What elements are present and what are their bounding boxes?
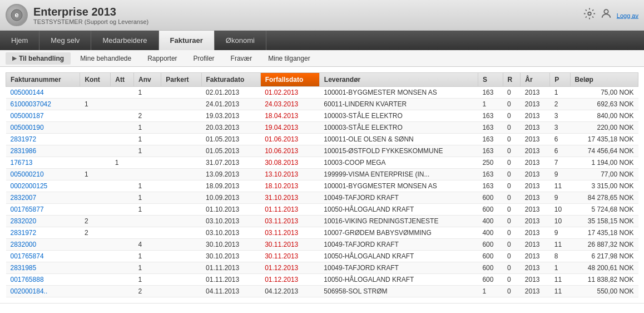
table-cell[interactable]: 001765877 [6, 204, 80, 216]
table-cell[interactable]: 2832020 [6, 216, 80, 227]
svg-point-3 [604, 9, 608, 13]
table-row: 176713131.07.201330.08.201310003-COOP ME… [6, 157, 638, 169]
col-belop[interactable]: Beløp [570, 73, 638, 87]
table-cell [134, 157, 161, 169]
table-cell: 0 [503, 274, 521, 286]
nav-item-okonomi[interactable]: Økonomi [215, 31, 266, 50]
logout-link[interactable]: Logg av [617, 12, 638, 18]
col-fakturadato[interactable]: Fakturadato [201, 73, 260, 87]
table-cell[interactable]: 2831986 [6, 145, 80, 157]
table-cell: 2013 [521, 110, 550, 122]
table-row: 005000210113.09.201313.10.2013199999-VIS… [6, 169, 638, 180]
col-ar[interactable]: År [521, 73, 550, 87]
table-cell: 199999-VISMA ENTERPRISE (IN... [319, 169, 478, 180]
table-row: 001765877101.10.201301.11.201310050-HÅLO… [6, 204, 638, 216]
table-cell [80, 145, 111, 157]
table-cell: 6 [550, 145, 570, 157]
table-cell[interactable]: 001765888 [6, 274, 80, 286]
table-cell[interactable]: 001765874 [6, 251, 80, 262]
table-cell [80, 110, 111, 122]
table-cell: 1 [134, 274, 161, 286]
table-cell: 30.08.2013 [260, 157, 319, 169]
table-row: 2831985101.11.201301.12.201310049-TAFJOR… [6, 262, 638, 274]
table-row: 001765888101.11.201301.12.201310050-HÅLO… [6, 274, 638, 286]
table-cell [161, 122, 201, 134]
table-cell [111, 274, 134, 286]
table-cell[interactable]: 005000210 [6, 169, 80, 180]
table-cell: 77,00 NOK [570, 169, 638, 180]
table-cell: 24.03.2013 [260, 99, 319, 110]
table-cell: 0 [503, 204, 521, 216]
table-cell[interactable]: 2832000 [6, 239, 80, 251]
app-logo: e [6, 4, 28, 26]
nav-item-medarbeidere[interactable]: Medarbeidere [91, 31, 158, 50]
table-cell[interactable]: 61000037042 [6, 99, 80, 110]
subnav-til-behandling[interactable]: ▶ Til behandling [6, 52, 71, 65]
table-cell: 0 [503, 227, 521, 239]
table-row: 005000190120.03.201319.04.2013100003-STÅ… [6, 122, 638, 134]
table-cell[interactable]: 005000187 [6, 110, 80, 122]
table-cell: 10 [550, 216, 570, 227]
table-cell[interactable]: 002000184.. [6, 286, 80, 297]
table-row: 2832007110.09.201331.10.201310049-TAFJOR… [6, 192, 638, 204]
col-s[interactable]: S [478, 73, 503, 87]
table-cell: 400 [478, 216, 503, 227]
subnav-mine-tilganger[interactable]: Mine tilganger [261, 52, 316, 65]
table-cell: 2013 [521, 274, 550, 286]
subnav-profiler[interactable]: Profiler [187, 52, 221, 65]
table-cell: 17 435,18 NOK [570, 227, 638, 239]
col-leverandor[interactable]: Leverandør [319, 73, 478, 87]
table-cell [111, 227, 134, 239]
nav-item-hjem[interactable]: Hjem [0, 31, 39, 50]
table-cell: 0 [503, 286, 521, 297]
table-cell: 400 [478, 227, 503, 239]
table-cell: 30.11.2013 [260, 239, 319, 251]
nav-item-fakturaer[interactable]: Fakturaer [159, 31, 215, 50]
table-cell: 10003-COOP MEGA [319, 157, 478, 169]
subnav-rapporter[interactable]: Rapporter [141, 52, 184, 65]
table-cell: 5 724,68 NOK [570, 204, 638, 216]
table-cell: 0 [503, 145, 521, 157]
col-parkert[interactable]: Parkert [161, 73, 201, 87]
table-cell: 163 [478, 87, 503, 99]
table-cell: 2013 [521, 180, 550, 192]
subnav-mine-behandlede[interactable]: Mine behandlede [73, 52, 138, 65]
col-r[interactable]: R [503, 73, 521, 87]
table-cell [161, 286, 201, 297]
table-cell[interactable]: 176713 [6, 157, 80, 169]
table-cell: 11 [550, 274, 570, 286]
col-p[interactable]: P [550, 73, 570, 87]
table-cell: 600 [478, 251, 503, 262]
table-row: 2831986101.05.201310.06.2013100015-ØSTFO… [6, 145, 638, 157]
table-cell[interactable]: 0002000125 [6, 180, 80, 192]
table-cell[interactable]: 005000144 [6, 87, 80, 99]
nav-item-megselvg[interactable]: Meg selv [39, 31, 91, 50]
table-cell[interactable]: 005000190 [6, 122, 80, 134]
table-cell[interactable]: 2831972 [6, 227, 80, 239]
table-cell[interactable]: 2832007 [6, 192, 80, 204]
table-cell: 2013 [521, 122, 550, 134]
header-icons: Logg av [583, 8, 638, 23]
table-cell: 1 194,00 NOK [570, 157, 638, 169]
table-cell: 03.11.2013 [260, 227, 319, 239]
table-cell [111, 180, 134, 192]
col-forfallsdato[interactable]: Forfallsdato [260, 73, 319, 87]
table-row: 0002000125118.09.201318.10.2013100001-BY… [6, 180, 638, 192]
table-cell[interactable]: 2831985 [6, 262, 80, 274]
table-cell[interactable]: 2831972 [6, 134, 80, 145]
table-cell: 1 [134, 87, 161, 99]
table-cell [111, 169, 134, 180]
table-cell [161, 262, 201, 274]
table-cell: 74 456,64 NOK [570, 145, 638, 157]
table-cell: 18.10.2013 [260, 180, 319, 192]
user-icon-button[interactable] [600, 8, 612, 23]
table-cell: 18.09.2013 [201, 180, 260, 192]
col-fakturanummer[interactable]: Fakturanummer [6, 73, 80, 87]
subnav-fravaer[interactable]: Fravær [224, 52, 259, 65]
table-cell [161, 204, 201, 216]
col-att[interactable]: Att [111, 73, 134, 87]
table-cell [111, 204, 134, 216]
settings-icon-button[interactable] [583, 8, 596, 23]
col-kont[interactable]: Kont [80, 73, 111, 87]
col-anv[interactable]: Anv [134, 73, 161, 87]
